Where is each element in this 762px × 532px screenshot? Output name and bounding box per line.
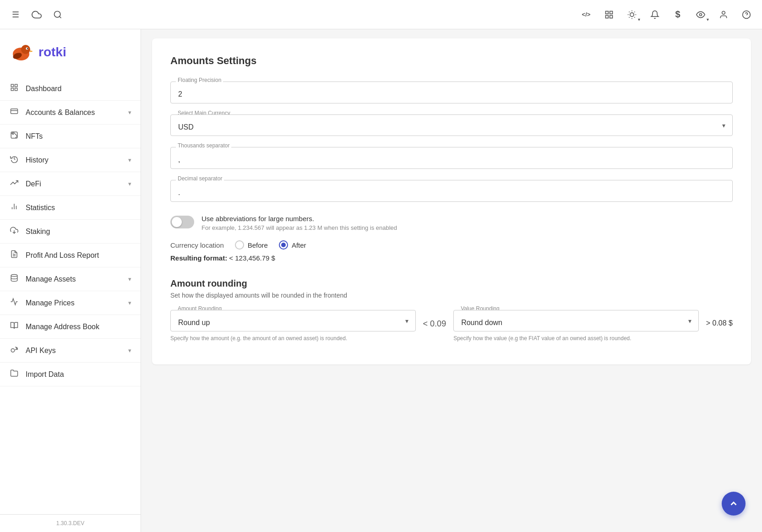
sidebar-item-api-keys[interactable]: API Keys ▾ [0,339,141,363]
manage-address-book-icon [9,321,19,332]
decimal-separator-label: Decimal separator [176,175,224,182]
sidebar-item-history[interactable]: History ▾ [0,148,141,172]
floating-precision-label: Floating Precision [176,77,223,83]
thousands-separator-label: Thousands separator [176,142,231,149]
api-keys-chevron: ▾ [128,347,131,354]
svg-line-10 [634,17,635,17]
svg-point-16 [722,11,725,14]
currency-location-before[interactable]: Before [235,240,268,250]
scroll-to-top-fab[interactable] [722,492,746,516]
cloud-icon[interactable] [29,7,44,22]
sidebar-item-manage-address-book[interactable]: Manage Address Book [0,315,141,339]
amount-rounding-select-wrapper: Round up Round down Half even ▾ [170,310,416,331]
sidebar-item-staking[interactable]: Staking [0,220,141,244]
currency-location-label: Currency location [170,241,224,249]
nfts-icon [9,131,19,141]
abbreviations-label: Use abbreviations for large numbers. [201,215,397,223]
api-keys-label: API Keys [26,347,56,355]
before-label: Before [248,241,268,249]
svg-point-15 [700,13,702,16]
sidebar-item-manage-assets[interactable]: Manage Assets ▾ [0,267,141,291]
svg-point-39 [11,275,17,277]
svg-point-0 [54,11,60,17]
sidebar-item-defi[interactable]: DeFi ▾ [0,172,141,196]
svg-line-1 [60,16,61,18]
code-icon[interactable]: </> [579,7,593,22]
svg-rect-28 [15,88,17,91]
amount-rounding-select[interactable]: Round up Round down Half even [170,310,416,331]
history-icon [9,155,19,165]
sidebar-item-dashboard[interactable]: Dashboard [0,77,141,101]
manage-prices-label: Manage Prices [26,299,75,307]
currency-location-after[interactable]: After [279,240,306,250]
svg-point-23 [27,48,28,49]
manage-address-book-label: Manage Address Book [26,323,99,331]
content-area: Amounts Settings Floating Precision Sele… [141,29,762,532]
svg-rect-2 [606,11,609,14]
svg-point-32 [12,133,13,134]
rounding-result-value: > 0.08 $ [706,310,733,327]
abbreviations-toggle[interactable] [170,216,194,228]
value-rounding-select[interactable]: Round up Round down Half even [453,310,699,331]
staking-icon [9,226,19,237]
before-radio-circle [235,240,244,250]
currency-location-row: Currency location Before After [170,240,733,250]
bell-icon[interactable] [648,7,662,22]
theme-icon[interactable] [625,7,639,22]
value-rounding-select-wrapper: Round up Round down Half even ▾ [453,310,699,331]
sidebar-item-profit-loss[interactable]: Profit And Loss Report [0,244,141,267]
topbar-right: </> $ [579,7,754,22]
defi-icon [9,179,19,189]
after-radio-circle [279,240,288,250]
profit-loss-icon [9,250,19,261]
svg-rect-25 [11,84,13,87]
defi-chevron: ▾ [128,180,131,187]
amount-rounding-subtitle: Set how the displayed amounts will be ro… [170,292,733,299]
sidebar-item-accounts-balances[interactable]: Accounts & Balances ▾ [0,101,141,125]
menu-icon[interactable]: ☰ [8,7,23,22]
rounding-compare-symbol: < 0.09 [423,310,446,329]
help-icon[interactable] [739,7,754,22]
abbreviations-section: Use abbreviations for large numbers. For… [170,215,733,231]
main-currency-select[interactable]: USD EUR GBP BTC ETH [170,114,733,136]
search-icon[interactable] [50,7,65,22]
user-icon[interactable] [716,7,731,22]
after-label: After [292,241,306,249]
logo-icon [9,40,33,64]
sidebar-item-nfts[interactable]: NFTs [0,125,141,148]
value-rounding-hint: Specify how the value (e.g the FIAT valu… [453,334,699,342]
thousands-separator-input[interactable] [170,147,733,169]
topbar-left: ☰ [8,7,65,22]
svg-point-40 [11,349,15,353]
manage-assets-chevron: ▾ [128,276,131,282]
statistics-icon [9,202,19,213]
abbreviations-subtext: For example, 1.234.567 will appear as 1.… [201,224,397,231]
main-layout: rotki Dashboard [0,29,762,532]
main-currency-group: Select Main Currency USD EUR GBP BTC ETH… [170,114,733,136]
svg-line-14 [634,11,635,12]
statistics-label: Statistics [26,204,55,212]
layout-icon[interactable] [602,7,616,22]
svg-marker-24 [30,50,33,52]
thousands-separator-group: Thousands separator [170,147,733,169]
floating-precision-input[interactable] [170,81,733,103]
floating-precision-group: Floating Precision [170,81,733,103]
resulting-format: Resulting format: < 123,456.79 $ [170,254,733,262]
accounts-chevron: ▾ [128,109,131,116]
sidebar-item-import-data[interactable]: Import Data [0,363,141,386]
main-currency-select-wrapper: USD EUR GBP BTC ETH ▾ [170,114,733,136]
dollar-icon[interactable]: $ [670,7,685,22]
amounts-settings-card: Amounts Settings Floating Precision Sele… [152,38,751,364]
svg-point-6 [630,12,634,16]
sidebar-item-statistics[interactable]: Statistics [0,196,141,220]
resulting-format-value: < 123,456.79 $ [229,254,275,262]
toggle-thumb [172,217,182,227]
sidebar-item-manage-prices[interactable]: Manage Prices ▾ [0,291,141,315]
page-title: Amounts Settings [170,55,733,67]
eye-icon[interactable] [693,7,708,22]
profit-loss-label: Profit And Loss Report [26,251,99,260]
nfts-label: NFTs [26,132,43,141]
dashboard-icon [9,83,19,94]
decimal-separator-input[interactable] [170,180,733,202]
dashboard-label: Dashboard [26,85,61,93]
